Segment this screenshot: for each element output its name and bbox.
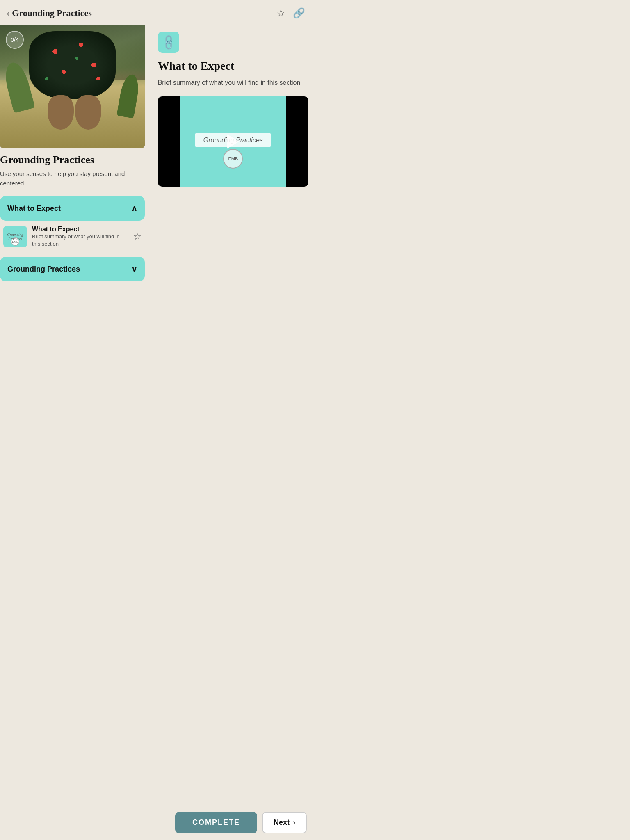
- header-right: ☆ 🔗: [276, 7, 305, 19]
- lesson-star-icon[interactable]: ☆: [133, 231, 142, 242]
- back-button[interactable]: ‹: [7, 8, 9, 18]
- lesson-description: Brief summary of what you will find in t…: [32, 233, 128, 248]
- video-player[interactable]: Grounding Practices EMB: [158, 96, 308, 187]
- section-link-icon: 🔗: [159, 33, 178, 52]
- lesson-title: What to Expect: [32, 226, 128, 233]
- hero-image-container: 0/4: [0, 25, 145, 148]
- dress-flowers: [29, 31, 116, 99]
- link-icon-box: 🔗: [158, 32, 179, 53]
- counter-badge: 0/4: [6, 31, 24, 49]
- feet-right: [75, 95, 101, 130]
- accordion-header-grounding[interactable]: Grounding Practices ∨: [0, 257, 145, 281]
- grass-2: [116, 73, 141, 119]
- play-button[interactable]: [227, 134, 239, 149]
- feet-left: [48, 95, 73, 130]
- lesson-info: What to Expect Brief summary of what you…: [32, 226, 128, 248]
- course-title: Grounding Practices: [0, 154, 145, 166]
- left-column: 0/4 Grounding Practices Use your senses …: [0, 25, 151, 295]
- header: ‹ Grounding Practices ☆ 🔗: [0, 0, 315, 25]
- accordion-section: What to Expect ∧ Grounding Practices EMB…: [0, 196, 145, 281]
- bookmark-icon[interactable]: ☆: [276, 7, 285, 19]
- header-title: Grounding Practices: [12, 8, 92, 18]
- accordion-label-grounding: Grounding Practices: [7, 265, 80, 274]
- accordion-item-grounding: Grounding Practices ∨: [0, 257, 145, 281]
- link-icon[interactable]: 🔗: [293, 7, 305, 19]
- lesson-item: Grounding Practices EMB What to Expect B…: [0, 221, 145, 253]
- accordion-item-what-to-expect: What to Expect ∧ Grounding Practices EMB…: [0, 196, 145, 253]
- lesson-thumbnail: Grounding Practices EMB: [3, 226, 27, 247]
- main-content: 0/4 Grounding Practices Use your senses …: [0, 25, 315, 295]
- header-left: ‹ Grounding Practices: [7, 8, 92, 18]
- video-logo: EMB: [223, 149, 243, 169]
- accordion-header-what-to-expect[interactable]: What to Expect ∧: [0, 196, 145, 221]
- left-col-text: Grounding Practices Use your senses to h…: [0, 148, 145, 188]
- course-subtitle: Use your senses to help you stay present…: [0, 169, 145, 188]
- section-description: Brief summary of what you will find in t…: [158, 78, 308, 88]
- chevron-up-icon: ∧: [131, 203, 137, 213]
- section-heading: What to Expect: [158, 59, 308, 73]
- play-triangle-icon: [227, 134, 239, 149]
- accordion-label-what-to-expect: What to Expect: [7, 204, 61, 213]
- chevron-down-icon: ∨: [131, 264, 137, 274]
- thumb-text: Grounding Practices: [3, 233, 27, 241]
- right-column: 🔗 What to Expect Brief summary of what y…: [151, 25, 315, 295]
